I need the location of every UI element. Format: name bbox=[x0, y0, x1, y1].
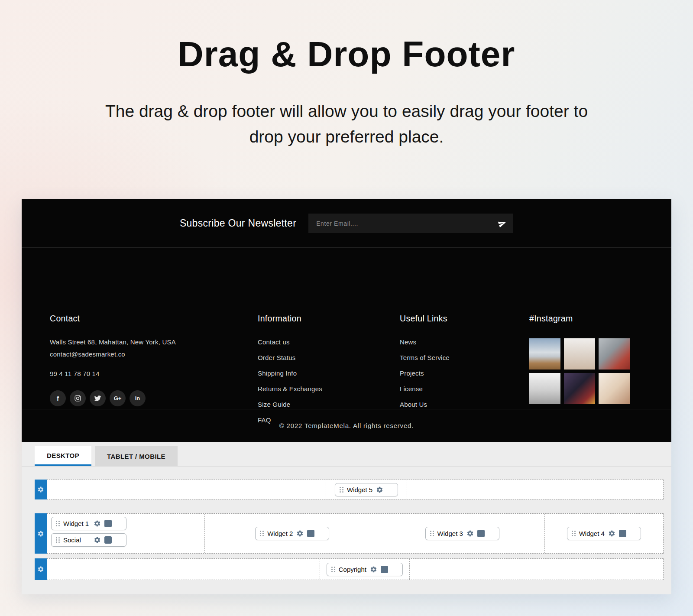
newsletter-email-input[interactable] bbox=[308, 214, 513, 233]
footer-column-instagram: #Instagram bbox=[529, 314, 638, 404]
close-icon[interactable] bbox=[115, 520, 122, 527]
gear-icon[interactable] bbox=[296, 530, 304, 537]
close-icon[interactable] bbox=[488, 530, 495, 537]
drop-cell[interactable]: Widget 3 bbox=[380, 514, 544, 553]
widget-label: Copyright bbox=[339, 566, 366, 573]
facebook-glyph: f bbox=[57, 395, 59, 402]
drop-cell[interactable]: Widget 2 bbox=[204, 514, 380, 553]
gear-icon[interactable] bbox=[370, 566, 377, 573]
drag-handle-icon[interactable] bbox=[56, 537, 60, 543]
footer-link[interactable]: Size Guide bbox=[258, 401, 370, 408]
close-icon[interactable] bbox=[318, 530, 324, 537]
drop-cell[interactable] bbox=[409, 559, 663, 580]
footer-link[interactable]: About Us bbox=[400, 401, 495, 408]
newsletter-send-button[interactable] bbox=[496, 217, 508, 229]
drag-handle-icon[interactable] bbox=[340, 487, 343, 493]
drop-cell[interactable] bbox=[47, 559, 320, 580]
google-plus-icon[interactable]: G+ bbox=[110, 390, 126, 406]
tab-tablet-mobile[interactable]: TABLET / MOBILE bbox=[95, 446, 178, 466]
row-settings-handle[interactable] bbox=[35, 513, 47, 554]
drag-handle-icon[interactable] bbox=[430, 531, 434, 536]
footer-column-useful-links: Useful Links News Terms of Service Proje… bbox=[400, 314, 495, 416]
footer-link[interactable]: News bbox=[400, 338, 495, 346]
row-body: Widget 1 Social bbox=[47, 513, 664, 554]
tab-underline bbox=[22, 466, 671, 467]
footer-column-information: Information Contact us Order Status Ship… bbox=[258, 314, 370, 432]
close-icon[interactable] bbox=[115, 537, 122, 543]
sliders-icon[interactable] bbox=[619, 530, 626, 537]
footer-link[interactable]: License bbox=[400, 385, 495, 392]
footer-link[interactable]: FAQ bbox=[258, 416, 370, 424]
sliders-icon[interactable] bbox=[104, 520, 112, 527]
wedding-couple-photo[interactable] bbox=[599, 373, 630, 404]
drag-handle-icon[interactable] bbox=[331, 567, 335, 572]
widget-chip-widget1[interactable]: Widget 1 bbox=[51, 517, 126, 530]
page-title: Drag & Drop Footer bbox=[0, 34, 693, 75]
drop-cell[interactable]: Widget 4 bbox=[544, 514, 663, 553]
linkedin-icon[interactable]: in bbox=[130, 390, 146, 406]
newsletter-bar: Subscribe Our Newsletter bbox=[22, 199, 671, 248]
sliders-icon[interactable] bbox=[307, 530, 314, 537]
gear-icon bbox=[37, 530, 44, 537]
drag-handle-icon[interactable] bbox=[260, 531, 264, 536]
widget-chip-copyright[interactable]: Copyright bbox=[327, 563, 403, 576]
gear-icon bbox=[37, 486, 44, 493]
mechanic-photo[interactable] bbox=[599, 338, 630, 370]
gear-icon bbox=[37, 566, 44, 573]
drop-cell[interactable] bbox=[47, 480, 326, 499]
drop-cell[interactable]: Widget 1 Social bbox=[47, 514, 204, 553]
gear-icon[interactable] bbox=[94, 520, 101, 527]
gear-icon[interactable] bbox=[376, 486, 383, 493]
instagram-icon[interactable] bbox=[70, 390, 86, 406]
widget-chip-widget3[interactable]: Widget 3 bbox=[425, 527, 499, 540]
drop-cell[interactable] bbox=[407, 480, 663, 499]
facebook-icon[interactable]: f bbox=[50, 390, 66, 406]
editor-row-2: Widget 1 Social bbox=[35, 513, 664, 554]
instagram-grid bbox=[529, 338, 638, 404]
widget-chip-widget5[interactable]: Widget 5 bbox=[335, 483, 398, 496]
footer-demo-card: Subscribe Our Newsletter Contact Walls S… bbox=[22, 199, 671, 594]
twitter-icon[interactable] bbox=[90, 390, 106, 406]
widget-chip-social[interactable]: Social bbox=[51, 533, 126, 547]
sliders-icon[interactable] bbox=[104, 536, 112, 544]
widget-label: Widget 4 bbox=[579, 530, 605, 537]
sliders-icon[interactable] bbox=[381, 566, 388, 573]
sliders-icon[interactable] bbox=[477, 530, 485, 537]
contact-phone[interactable]: 99 4 11 78 70 14 bbox=[50, 370, 236, 377]
footer-link[interactable]: Contact us bbox=[258, 338, 370, 346]
drag-handle-icon[interactable] bbox=[572, 531, 576, 536]
contact-email[interactable]: contact@sadesmarket.co bbox=[50, 350, 236, 358]
footer-link[interactable]: Projects bbox=[400, 370, 495, 377]
widget-label: Widget 2 bbox=[267, 530, 293, 537]
footer-link[interactable]: Terms of Service bbox=[400, 354, 495, 361]
footer-link[interactable]: Shipping Info bbox=[258, 370, 370, 377]
gear-icon[interactable] bbox=[94, 536, 101, 544]
close-icon[interactable] bbox=[630, 530, 636, 537]
tab-desktop[interactable]: DESKTOP bbox=[35, 446, 91, 466]
firefighter-photo[interactable] bbox=[564, 373, 595, 404]
paper-plane-icon bbox=[497, 218, 508, 229]
footer-link[interactable]: Order Status bbox=[258, 354, 370, 361]
girl-glasses-photo[interactable] bbox=[564, 338, 595, 370]
close-icon[interactable] bbox=[387, 486, 393, 493]
footer-link[interactable]: Returns & Exchanges bbox=[258, 385, 370, 392]
bedroom-photo[interactable] bbox=[529, 373, 560, 404]
useful-links-heading: Useful Links bbox=[400, 314, 495, 324]
cyclist-photo[interactable] bbox=[529, 338, 560, 370]
row-settings-handle[interactable] bbox=[35, 480, 47, 499]
contact-address: Walls Street 68, Mahattan, New York, USA bbox=[50, 338, 236, 346]
gear-icon[interactable] bbox=[608, 530, 615, 537]
information-heading: Information bbox=[258, 314, 370, 324]
row-settings-handle[interactable] bbox=[35, 558, 47, 580]
editor-row-1: Widget 5 bbox=[35, 480, 664, 499]
contact-heading: Contact bbox=[50, 314, 236, 324]
drop-cell[interactable]: Widget 5 bbox=[326, 480, 407, 499]
drop-cell[interactable]: Copyright bbox=[320, 559, 410, 580]
widget-chip-widget4[interactable]: Widget 4 bbox=[567, 527, 641, 540]
linkedin-glyph: in bbox=[135, 395, 140, 402]
close-icon[interactable] bbox=[392, 566, 398, 573]
social-icons-row: f bbox=[50, 390, 236, 406]
widget-chip-widget2[interactable]: Widget 2 bbox=[255, 527, 329, 540]
gear-icon[interactable] bbox=[466, 530, 474, 537]
drag-handle-icon[interactable] bbox=[56, 521, 60, 526]
